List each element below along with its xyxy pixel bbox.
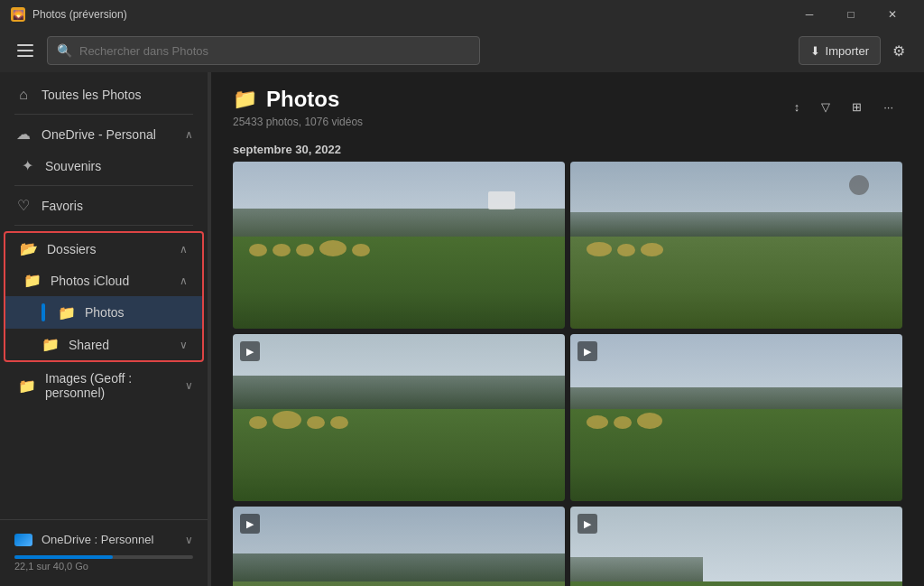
hamburger-line — [17, 44, 33, 46]
onedrive-storage-item[interactable]: OneDrive : Personnel ∨ — [14, 527, 193, 552]
storage-text: 22,1 sur 40,0 Go — [14, 561, 193, 572]
close-button[interactable]: ✕ — [872, 0, 913, 29]
divider — [14, 185, 193, 186]
hamburger-line — [17, 50, 33, 51]
sort-icon: ↕ — [794, 100, 800, 114]
favoris-label: Favoris — [42, 199, 193, 213]
import-button[interactable]: ⬇ Importer — [799, 36, 881, 65]
divider — [14, 114, 193, 115]
photos-label: Photos — [85, 305, 188, 320]
photo-grid: ▶ ▶ — [211, 162, 924, 586]
onedrive-icon — [14, 534, 32, 546]
minimize-button[interactable]: ─ — [789, 0, 830, 29]
date-section: septembre 30, 2022 — [211, 135, 924, 162]
sort-button[interactable]: ↕ — [785, 94, 809, 119]
hamburger-line — [17, 55, 33, 57]
search-input[interactable] — [79, 44, 470, 58]
titlebar: 🌄 Photos (préversion) ─ □ ✕ — [0, 0, 924, 29]
app-icon: 🌄 — [11, 7, 25, 22]
sidebar-item-images[interactable]: 📁 Images (Geoff : personnel) ∨ — [0, 364, 208, 407]
filter-icon: ▽ — [821, 100, 830, 114]
hamburger-button[interactable] — [11, 36, 40, 65]
import-icon: ⬇ — [810, 44, 820, 58]
photo-tile-2[interactable] — [570, 162, 902, 329]
storage-bar-fill — [14, 555, 113, 559]
sparkle-icon: ✦ — [18, 157, 36, 174]
chevron-up-icon: ∧ — [185, 128, 193, 141]
page-title: Photos — [266, 87, 339, 112]
view-icon: ⊞ — [852, 100, 862, 114]
titlebar-left: 🌄 Photos (préversion) — [11, 7, 127, 22]
sidebar-item-souvenirs[interactable]: ✦ Souvenirs — [0, 150, 208, 181]
folder-open-icon: 📂 — [20, 240, 38, 257]
more-icon: ··· — [883, 100, 893, 114]
sidebar-item-favoris[interactable]: ♡ Favoris — [0, 190, 208, 221]
folder-icon: 📁 — [18, 377, 36, 395]
app-body: ⌂ Toutes les Photos ☁ OneDrive - Persona… — [0, 72, 924, 586]
sidebar-item-photos[interactable]: 📁 Photos — [5, 296, 202, 329]
search-icon: 🔍 — [57, 43, 72, 58]
photo-tile-1[interactable] — [233, 162, 565, 329]
content-actions: ↕ ▽ ⊞ ··· — [785, 94, 902, 119]
content-title: 📁 Photos — [233, 87, 363, 112]
toolbar: 🔍 ⬇ Importer ⚙ — [0, 29, 924, 72]
folder-title-icon: 📁 — [233, 88, 257, 111]
sidebar-item-all-photos[interactable]: ⌂ Toutes les Photos — [0, 79, 208, 110]
settings-button[interactable]: ⚙ — [884, 36, 913, 65]
main-content: 📁 Photos 25433 photos, 1076 vidéos ↕ ▽ ⊞… — [211, 72, 924, 586]
photos-icloud-label: Photos iCloud — [51, 274, 171, 288]
photo-tile-6[interactable]: ▶ — [570, 507, 902, 586]
view-button[interactable]: ⊞ — [843, 94, 871, 119]
folder-icon: 📁 — [42, 336, 60, 353]
content-header: 📁 Photos 25433 photos, 1076 vidéos ↕ ▽ ⊞… — [211, 72, 924, 135]
active-indicator — [42, 303, 45, 321]
photo-count: 25433 photos, 1076 vidéos — [233, 116, 363, 128]
maximize-button[interactable]: □ — [830, 0, 872, 29]
more-button[interactable]: ··· — [874, 94, 902, 119]
photo-tile-3[interactable]: ▶ — [233, 334, 565, 501]
chevron-down-icon: ∨ — [180, 339, 188, 351]
sidebar-item-photos-icloud[interactable]: 📁 Photos iCloud ∧ — [5, 265, 202, 296]
heart-icon: ♡ — [14, 197, 32, 214]
import-label: Importer — [826, 44, 869, 58]
storage-bar-bg — [14, 555, 193, 559]
photo-tile-5[interactable]: ▶ — [233, 507, 565, 586]
toolbar-right: ⬇ Importer ⚙ — [799, 36, 913, 65]
chevron-up-icon: ∧ — [180, 243, 188, 256]
onedrive-perso-label: OneDrive : Personnel — [42, 533, 153, 546]
images-label: Images (Geoff : personnel) — [45, 371, 176, 400]
window-controls: ─ □ ✕ — [789, 0, 913, 29]
sidebar-item-onedrive-personal[interactable]: ☁ OneDrive - Personal ∧ — [0, 118, 208, 150]
chevron-down-icon: ∨ — [185, 534, 193, 546]
cloud-icon: ☁ — [14, 126, 32, 143]
content-title-area: 📁 Photos 25433 photos, 1076 vidéos — [233, 87, 363, 128]
folder-highlight-box: 📂 Dossiers ∧ 📁 Photos iCloud ∧ 📁 Photos … — [4, 231, 204, 362]
chevron-up-icon: ∧ — [180, 274, 188, 287]
folder-icon: 📁 — [23, 272, 42, 289]
filter-button[interactable]: ▽ — [812, 94, 839, 119]
dossiers-label: Dossiers — [47, 242, 171, 256]
shared-label: Shared — [69, 338, 171, 352]
onedrive-personal-label: OneDrive - Personal — [42, 127, 176, 142]
sidebar-item-shared[interactable]: 📁 Shared ∨ — [5, 329, 202, 360]
photo-tile-4[interactable]: ▶ — [570, 334, 902, 501]
sidebar: ⌂ Toutes les Photos ☁ OneDrive - Persona… — [0, 72, 208, 586]
sidebar-item-dossiers[interactable]: 📂 Dossiers ∧ — [5, 233, 202, 265]
chevron-down-icon: ∨ — [185, 379, 193, 392]
divider — [14, 225, 193, 226]
app-title: Photos (préversion) — [32, 8, 127, 21]
sidebar-bottom: OneDrive : Personnel ∨ 22,1 sur 40,0 Go — [0, 519, 208, 579]
all-photos-label: Toutes les Photos — [42, 88, 193, 102]
home-icon: ⌂ — [14, 87, 32, 103]
search-box: 🔍 — [47, 36, 480, 65]
souvenirs-label: Souvenirs — [45, 159, 193, 173]
folder-icon: 📁 — [58, 304, 76, 321]
